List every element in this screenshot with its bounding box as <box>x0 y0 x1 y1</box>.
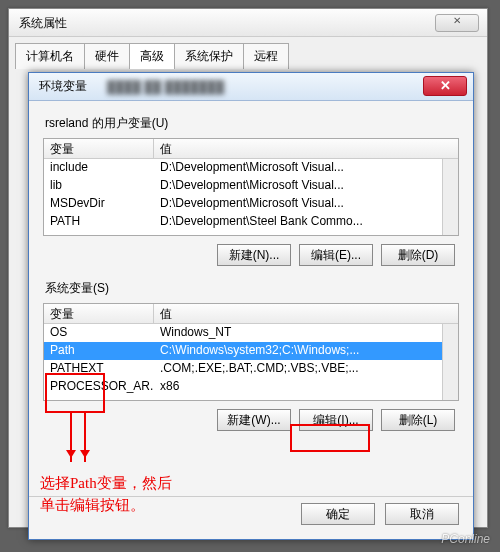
annotation-line: 单击编辑按钮。 <box>40 494 172 516</box>
var-name: PROCESSOR_AR... <box>44 378 154 396</box>
var-name: MSDevDir <box>44 195 154 213</box>
var-name: OS <box>44 324 154 342</box>
table-row[interactable]: libD:\Development\Microsoft Visual... <box>44 177 458 195</box>
ok-button[interactable]: 确定 <box>301 503 375 525</box>
annotation-line: 选择Path变量，然后 <box>40 472 172 494</box>
annotation-arrow-icon <box>84 412 86 462</box>
col-variable[interactable]: 变量 <box>44 304 154 323</box>
annotation-arrow-icon <box>70 412 72 462</box>
tab-computer-name[interactable]: 计算机名 <box>15 43 85 69</box>
dialog-close-button[interactable]: ✕ <box>423 76 467 96</box>
user-vars-list[interactable]: 变量 值 includeD:\Development\Microsoft Vis… <box>43 138 459 236</box>
var-value: x86 <box>154 378 458 396</box>
delete-sys-button[interactable]: 删除(L) <box>381 409 455 431</box>
col-variable[interactable]: 变量 <box>44 139 154 158</box>
new-sys-button[interactable]: 新建(W)... <box>217 409 291 431</box>
scrollbar[interactable] <box>442 159 458 235</box>
blurred-text: ████ ██ ███████ <box>107 80 224 94</box>
scrollbar[interactable] <box>442 324 458 400</box>
tab-strip: 计算机名 硬件 高级 系统保护 远程 <box>9 37 487 69</box>
edit-sys-button[interactable]: 编辑(I)... <box>299 409 373 431</box>
var-value: .COM;.EXE;.BAT;.CMD;.VBS;.VBE;... <box>154 360 458 378</box>
new-user-button[interactable]: 新建(N)... <box>217 244 291 266</box>
var-name: Path <box>44 342 154 360</box>
var-name: lib <box>44 177 154 195</box>
var-value: D:\Development\Microsoft Visual... <box>154 159 458 177</box>
table-row[interactable]: PROCESSOR_AR...x86 <box>44 378 458 396</box>
table-row[interactable]: MSDevDirD:\Development\Microsoft Visual.… <box>44 195 458 213</box>
watermark: PConline <box>441 532 490 546</box>
user-vars-label: rsreland 的用户变量(U) <box>45 115 459 132</box>
dialog-titlebar: 环境变量 ████ ██ ███████ ✕ <box>29 73 473 101</box>
tab-advanced[interactable]: 高级 <box>129 43 175 69</box>
var-value: Windows_NT <box>154 324 458 342</box>
table-row[interactable]: OSWindows_NT <box>44 324 458 342</box>
close-button[interactable]: ✕ <box>435 14 479 32</box>
var-name: include <box>44 159 154 177</box>
list-header: 变量 值 <box>44 304 458 324</box>
var-value: D:\Development\Microsoft Visual... <box>154 195 458 213</box>
list-header: 变量 值 <box>44 139 458 159</box>
dialog-title: 环境变量 <box>39 78 87 95</box>
tab-remote[interactable]: 远程 <box>243 43 289 69</box>
table-row[interactable]: PATHD:\Development\Steel Bank Commo... <box>44 213 458 231</box>
environment-variables-dialog: 环境变量 ████ ██ ███████ ✕ rsreland 的用户变量(U)… <box>28 72 474 540</box>
table-row[interactable]: PathC:\Windows\system32;C:\Windows;... <box>44 342 458 360</box>
col-value[interactable]: 值 <box>154 139 458 158</box>
tab-system-protection[interactable]: 系统保护 <box>174 43 244 69</box>
var-name: PATHEXT <box>44 360 154 378</box>
var-value: C:\Windows\system32;C:\Windows;... <box>154 342 458 360</box>
delete-user-button[interactable]: 删除(D) <box>381 244 455 266</box>
var-name: PATH <box>44 213 154 231</box>
window-title: 系统属性 <box>9 9 487 37</box>
var-value: D:\Development\Microsoft Visual... <box>154 177 458 195</box>
cancel-button[interactable]: 取消 <box>385 503 459 525</box>
sys-vars-list[interactable]: 变量 值 OSWindows_NTPathC:\Windows\system32… <box>43 303 459 401</box>
var-value: D:\Development\Steel Bank Commo... <box>154 213 458 231</box>
annotation-text: 选择Path变量，然后 单击编辑按钮。 <box>40 472 172 516</box>
table-row[interactable]: PATHEXT.COM;.EXE;.BAT;.CMD;.VBS;.VBE;... <box>44 360 458 378</box>
col-value[interactable]: 值 <box>154 304 458 323</box>
edit-user-button[interactable]: 编辑(E)... <box>299 244 373 266</box>
tab-hardware[interactable]: 硬件 <box>84 43 130 69</box>
table-row[interactable]: includeD:\Development\Microsoft Visual..… <box>44 159 458 177</box>
sys-vars-label: 系统变量(S) <box>45 280 459 297</box>
